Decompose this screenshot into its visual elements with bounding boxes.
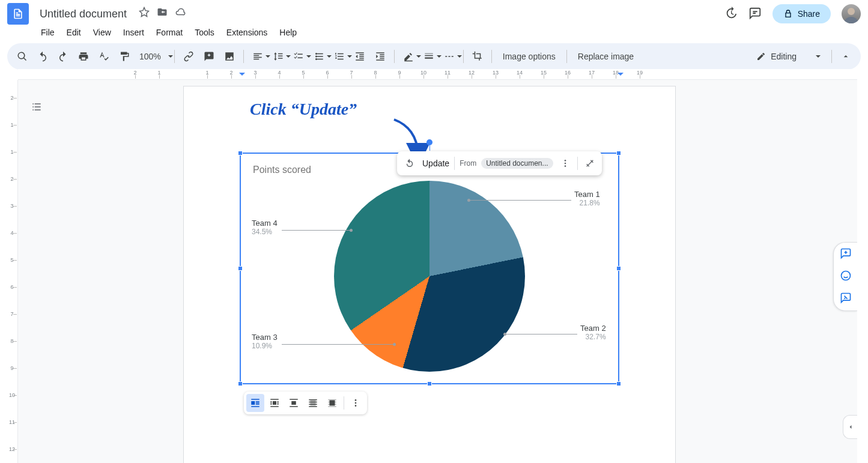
collapse-toolbar-icon[interactable] (837, 47, 855, 65)
annotation-text: Click “Update” (250, 100, 357, 119)
share-button[interactable]: Share (772, 4, 831, 23)
unlink-icon[interactable] (583, 156, 597, 171)
chart-image-selection[interactable]: Update From Untitled documen... Points s… (240, 153, 619, 384)
star-icon[interactable] (139, 7, 150, 19)
border-weight-icon[interactable] (420, 47, 438, 65)
menu-file[interactable]: File (36, 25, 59, 40)
replace-image-button[interactable]: Replace image (572, 47, 640, 65)
menu-extensions[interactable]: Extensions (222, 25, 272, 40)
comments-icon[interactable] (748, 7, 762, 22)
editing-mode-button[interactable]: Editing (750, 52, 827, 61)
menu-help[interactable]: Help (275, 25, 302, 40)
checklist-icon[interactable] (290, 47, 308, 65)
indent-marker-right[interactable] (618, 73, 624, 79)
zoom-select[interactable]: 100% (136, 47, 169, 65)
label-team3: Team 3 10.9% (252, 333, 278, 350)
resize-handle-tl[interactable] (238, 151, 243, 156)
svg-point-5 (355, 402, 357, 404)
update-button[interactable]: Update (422, 159, 449, 168)
border-color-icon[interactable] (399, 47, 417, 65)
account-avatar[interactable] (842, 4, 861, 23)
resize-handle-bm[interactable] (427, 381, 432, 386)
lock-icon (783, 9, 793, 19)
border-dash-icon[interactable] (440, 47, 458, 65)
indent-decrease-icon[interactable] (351, 47, 369, 65)
behind-text-icon[interactable] (304, 394, 322, 412)
wrap-inline-icon[interactable] (246, 394, 264, 412)
paint-format-icon[interactable] (115, 47, 133, 65)
infront-text-icon[interactable] (323, 394, 341, 412)
title-area: Untitled document (36, 7, 724, 22)
redo-icon[interactable] (54, 47, 72, 65)
suggest-edits-icon[interactable] (840, 292, 852, 306)
leader-team1 (469, 200, 571, 201)
insert-image-icon[interactable] (220, 47, 238, 65)
bullet-list-icon[interactable] (310, 47, 328, 65)
svg-point-2 (564, 163, 566, 165)
resize-handle-bl[interactable] (238, 381, 243, 386)
svg-point-1 (564, 160, 566, 162)
break-text-icon[interactable] (285, 394, 303, 412)
crop-icon[interactable] (469, 47, 487, 65)
add-comment-icon[interactable] (200, 47, 218, 65)
emoji-reaction-icon[interactable] (840, 270, 852, 283)
separator (174, 50, 175, 63)
line-spacing-icon[interactable] (269, 47, 287, 65)
numbered-list-icon[interactable] (330, 47, 348, 65)
separator (394, 50, 395, 63)
label-team4-pct: 34.5% (252, 228, 278, 236)
history-icon[interactable] (724, 7, 738, 22)
refresh-icon[interactable] (402, 156, 417, 171)
menu-tools[interactable]: Tools (190, 25, 219, 40)
search-icon[interactable] (13, 47, 31, 65)
more-icon[interactable] (558, 156, 572, 171)
move-icon[interactable] (157, 7, 168, 19)
separator (463, 50, 464, 63)
document-canvas[interactable]: Click “Update” Update From Untitled do (18, 80, 857, 463)
ruler-horizontal[interactable]: 2112345678910111213141516171819 (18, 69, 857, 80)
undo-icon[interactable] (34, 47, 52, 65)
wrap-text-icon[interactable] (266, 394, 284, 412)
ruler-vertical[interactable]: 2112345678910111213 (7, 80, 18, 463)
image-options-button[interactable]: Image options (497, 47, 562, 65)
link-icon[interactable] (180, 47, 198, 65)
resize-handle-ml[interactable] (238, 266, 243, 271)
label-team3-pct: 10.9% (252, 342, 278, 350)
docs-app-icon[interactable] (7, 3, 29, 25)
rotate-handle[interactable] (426, 139, 432, 145)
menu-insert[interactable]: Insert (118, 25, 149, 40)
add-comment-rail-icon[interactable] (840, 247, 852, 261)
side-panel-toggle[interactable] (843, 415, 857, 439)
separator (491, 50, 492, 63)
toolbar: 100% Image options Replace image Editing (7, 43, 861, 70)
menu-view[interactable]: View (88, 25, 116, 40)
more-options-icon[interactable] (347, 394, 365, 412)
label-team2: Team 2 32.7% (580, 324, 606, 341)
print-icon[interactable] (74, 47, 93, 65)
leader-team4 (282, 230, 351, 231)
resize-handle-tr[interactable] (616, 151, 621, 156)
resize-handle-br[interactable] (616, 381, 621, 386)
outline-toggle-icon[interactable] (26, 97, 47, 117)
menu-bar: File Edit View Insert Format Tools Exten… (0, 24, 868, 43)
comment-rail (833, 242, 857, 311)
pie-chart (334, 181, 525, 372)
resize-handle-mr[interactable] (616, 266, 621, 271)
page[interactable]: Click “Update” Update From Untitled do (183, 86, 676, 463)
separator (577, 157, 578, 170)
spellcheck-icon[interactable] (95, 47, 113, 65)
menu-format[interactable]: Format (151, 25, 187, 40)
menu-edit[interactable]: Edit (62, 25, 86, 40)
document-title[interactable]: Untitled document (36, 7, 130, 22)
separator (566, 50, 567, 63)
from-label: From (460, 159, 476, 168)
align-icon[interactable] (249, 47, 267, 65)
pencil-icon (756, 52, 766, 61)
title-bar: Untitled document Share (0, 0, 868, 24)
cloud-status-icon[interactable] (175, 7, 186, 19)
source-chip[interactable]: Untitled documen... (481, 158, 553, 169)
indent-marker-left[interactable] (239, 73, 245, 79)
label-team4: Team 4 34.5% (252, 219, 278, 236)
linked-chart-popover: Update From Untitled documen... (397, 151, 602, 175)
indent-increase-icon[interactable] (371, 47, 389, 65)
